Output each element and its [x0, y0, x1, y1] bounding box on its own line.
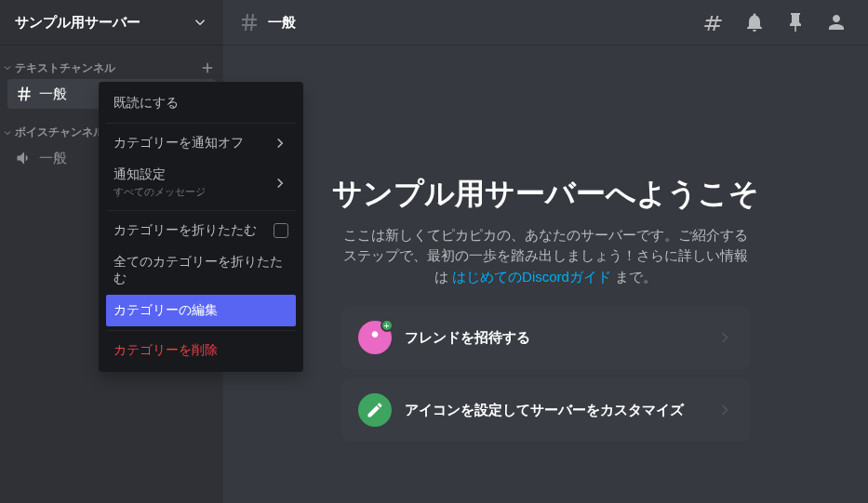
chevron-down-icon	[192, 14, 208, 31]
menu-collapse-all[interactable]: 全てのカテゴリーを折りたたむ	[106, 246, 296, 295]
card-customize-server[interactable]: アイコンを設定してサーバーをカスタマイズ	[341, 378, 751, 442]
category-label: ボイスチャンネル	[15, 125, 104, 140]
card-invite-friends[interactable]: + フレンドを招待する	[341, 306, 751, 369]
invite-icon: +	[358, 321, 392, 354]
menu-notification-settings[interactable]: 通知設定 すべてのメッセージ	[106, 159, 296, 206]
chevron-right-icon	[715, 328, 734, 347]
welcome-block: サンプル用サーバーへようこそ ここは新しくてピカピカの、あなたのサーバーです。ご…	[323, 175, 769, 442]
svg-line-9	[251, 14, 253, 31]
hash-icon	[15, 85, 33, 103]
plus-badge-icon: +	[381, 319, 394, 332]
menu-mute-category[interactable]: カテゴリーを通知オフ	[106, 127, 296, 159]
add-channel-icon[interactable]	[199, 60, 216, 76]
menu-divider	[106, 210, 296, 211]
svg-line-8	[246, 14, 247, 31]
card-label: フレンドを招待する	[405, 329, 702, 347]
menu-delete-category[interactable]: カテゴリーを削除	[106, 335, 296, 366]
discord-guide-link[interactable]: はじめてのDiscordガイド	[452, 269, 611, 285]
chevron-right-icon	[715, 401, 734, 419]
server-name: サンプル用サーバー	[15, 14, 140, 32]
category-context-menu: 既読にする カテゴリーを通知オフ 通知設定 すべてのメッセージ カテゴリーを折り…	[99, 82, 303, 372]
chevron-down-icon	[2, 127, 13, 139]
card-label: アイコンを設定してサーバーをカスタマイズ	[405, 402, 702, 419]
channel-title: 一般	[268, 14, 296, 32]
category-label: テキストチャンネル	[15, 60, 115, 76]
main-content: サンプル用サーバーへようこそ ここは新しくてピカピカの、あなたのサーバーです。ご…	[223, 45, 868, 503]
menu-collapse-category[interactable]: カテゴリーを折りたたむ	[106, 215, 296, 246]
menu-edit-category[interactable]: カテゴリーの編集	[106, 295, 296, 326]
server-header[interactable]: サンプル用サーバー	[0, 0, 223, 45]
welcome-title: サンプル用サーバーへようこそ	[323, 175, 769, 214]
checkbox-icon	[274, 223, 288, 238]
hash-icon	[238, 11, 260, 33]
customize-icon	[358, 393, 392, 427]
menu-divider	[106, 330, 296, 331]
svg-line-5	[26, 87, 28, 101]
welcome-description: ここは新しくてピカピカの、あなたのサーバーです。ご紹介するステップで、最初の一歩…	[323, 225, 769, 288]
threads-icon[interactable]	[702, 11, 725, 33]
chevron-right-icon	[272, 135, 288, 152]
channel-label: 一般	[39, 150, 67, 167]
chevron-right-icon	[272, 175, 288, 192]
notifications-icon[interactable]	[743, 11, 766, 33]
channel-topbar: 一般	[223, 0, 868, 45]
category-text-channels[interactable]: テキストチャンネル	[0, 45, 223, 78]
svg-line-4	[21, 87, 23, 101]
speaker-icon	[15, 149, 33, 167]
chevron-down-icon	[2, 62, 13, 73]
members-icon[interactable]	[825, 11, 848, 33]
channel-label: 一般	[39, 86, 67, 103]
pinned-icon[interactable]	[784, 11, 807, 33]
menu-mark-read[interactable]: 既読にする	[106, 87, 296, 119]
menu-divider	[106, 123, 296, 124]
